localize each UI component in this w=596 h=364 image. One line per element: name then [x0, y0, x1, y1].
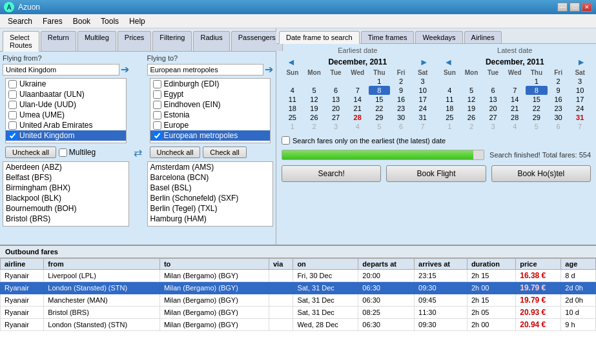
- cal-day[interactable]: 30: [390, 113, 412, 122]
- country-item[interactable]: Ulaanbaatar (ULN): [6, 89, 126, 99]
- country-item[interactable]: Ulan-Ude (UUD): [6, 99, 126, 110]
- cal-day[interactable]: 4: [439, 86, 461, 95]
- country-item[interactable]: Umea (UME): [6, 110, 126, 120]
- uncheck-all-from-button[interactable]: Uncheck all: [5, 147, 56, 158]
- flying-from-arrow[interactable]: ➔: [121, 63, 129, 76]
- cal-day-highlight[interactable]: 28: [347, 113, 369, 122]
- cal-day[interactable]: 28: [504, 113, 526, 122]
- table-row-selected[interactable]: Ryanair London (Stansted) (STN) Milan (B…: [1, 282, 596, 294]
- multileg-checkbox[interactable]: [59, 148, 67, 157]
- tab-airlines[interactable]: Airlines: [464, 31, 502, 43]
- destination-item[interactable]: Europe: [150, 120, 271, 130]
- cal-day[interactable]: 27: [325, 113, 347, 122]
- cal-day[interactable]: 16: [548, 95, 570, 104]
- route-item[interactable]: Barcelona (BCN): [148, 172, 273, 183]
- table-row[interactable]: Ryanair Liverpool (LPL) Milan (Bergamo) …: [1, 270, 596, 282]
- tab-prices[interactable]: Prices: [118, 31, 152, 51]
- flying-to-input[interactable]: [147, 64, 264, 76]
- menu-fares[interactable]: Fares: [37, 14, 68, 28]
- cal-day[interactable]: 14: [504, 95, 526, 104]
- cal-day[interactable]: 1: [439, 122, 461, 131]
- cal-day[interactable]: 18: [439, 104, 461, 113]
- cal-day[interactable]: 6: [482, 86, 504, 95]
- cal-day[interactable]: 27: [482, 113, 504, 122]
- check-all-to-button[interactable]: Check all: [203, 147, 246, 158]
- cal-day[interactable]: 1: [282, 122, 303, 131]
- route-item[interactable]: Bristol (BRS): [3, 214, 128, 224]
- cal-day[interactable]: 4: [347, 122, 369, 131]
- cal-day[interactable]: 16: [390, 95, 412, 104]
- route-item[interactable]: Aberdeen (ABZ): [3, 162, 128, 172]
- route-item[interactable]: Berlin (Schonefeld) (SXF): [148, 193, 273, 203]
- route-item[interactable]: London (Gatwick) (LGW): [148, 224, 273, 227]
- cal-day[interactable]: 19: [303, 104, 325, 113]
- left-cal-prev[interactable]: ◄: [284, 57, 298, 67]
- cal-day[interactable]: 23: [390, 104, 412, 113]
- tab-select-routes[interactable]: Select Routes: [3, 31, 39, 52]
- menu-search[interactable]: Search: [3, 14, 37, 28]
- country-item[interactable]: United Arab Emirates: [6, 120, 126, 130]
- country-item-selected[interactable]: United Kingdom: [6, 130, 126, 141]
- flying-from-input[interactable]: [3, 64, 119, 76]
- cal-day[interactable]: 21: [504, 104, 526, 113]
- cal-day[interactable]: 3: [325, 122, 347, 131]
- destination-item[interactable]: Estonia: [150, 110, 271, 120]
- cal-day-highlight[interactable]: 31: [569, 113, 591, 122]
- cal-day[interactable]: 21: [347, 104, 369, 113]
- route-item[interactable]: Hamburg (HAM): [148, 214, 273, 224]
- cal-day[interactable]: 12: [460, 95, 482, 104]
- book-hotel-button[interactable]: Book Ho(s)tel: [491, 165, 591, 182]
- cal-day-today[interactable]: 8: [526, 86, 548, 95]
- menu-help[interactable]: Help: [124, 14, 150, 28]
- from-routes-list[interactable]: Aberdeen (ABZ) Belfast (BFS) Birmingham …: [3, 161, 129, 227]
- cal-day[interactable]: [504, 77, 526, 86]
- book-flight-button[interactable]: Book Flight: [386, 165, 486, 182]
- to-countries-list[interactable]: Edinburgh (EDI) Egypt Eindhoven (EIN) Es…: [150, 78, 271, 143]
- route-item[interactable]: Bournemouth (BOH): [3, 203, 128, 214]
- cal-day[interactable]: 17: [412, 95, 434, 104]
- menu-tools[interactable]: Tools: [96, 14, 124, 28]
- cal-day[interactable]: 1: [369, 77, 391, 86]
- cal-day[interactable]: 24: [412, 104, 434, 113]
- cal-day[interactable]: 15: [526, 95, 548, 104]
- cal-day[interactable]: 2: [303, 122, 325, 131]
- route-item[interactable]: Belfast (BFS): [3, 172, 128, 183]
- route-item[interactable]: Amsterdam (AMS): [148, 162, 273, 172]
- swap-button[interactable]: ⇄: [132, 147, 145, 159]
- cal-day[interactable]: 25: [282, 113, 303, 122]
- destination-item[interactable]: Eindhoven (EIN): [150, 99, 271, 110]
- cal-day[interactable]: 20: [325, 104, 347, 113]
- flying-to-arrow[interactable]: ➔: [265, 63, 273, 76]
- cal-day[interactable]: 5: [303, 86, 325, 95]
- cal-day[interactable]: 19: [460, 104, 482, 113]
- cal-day[interactable]: 7: [569, 122, 591, 131]
- cal-day[interactable]: [482, 77, 504, 86]
- search-button[interactable]: Search!: [282, 165, 381, 182]
- destination-item[interactable]: Egypt: [150, 89, 271, 99]
- tab-filtering[interactable]: Filtering: [152, 31, 192, 51]
- cal-day[interactable]: 3: [482, 122, 504, 131]
- cal-day[interactable]: 7: [412, 122, 434, 131]
- country-item[interactable]: Ukraine: [6, 79, 126, 89]
- cal-day[interactable]: 2: [390, 77, 412, 86]
- cal-day[interactable]: 18: [282, 104, 303, 113]
- cal-day[interactable]: 4: [282, 86, 303, 95]
- cal-day[interactable]: 15: [369, 95, 391, 104]
- cal-day[interactable]: 29: [526, 113, 548, 122]
- cal-day[interactable]: 6: [548, 122, 570, 131]
- cal-day[interactable]: 7: [504, 86, 526, 95]
- table-row[interactable]: Ryanair London (Stansted) (STN) Milan (B…: [1, 319, 596, 331]
- cal-day[interactable]: 7: [347, 86, 369, 95]
- cal-day[interactable]: 25: [439, 113, 461, 122]
- cal-day[interactable]: [282, 77, 303, 86]
- right-cal-next[interactable]: ►: [574, 57, 588, 67]
- maximize-button[interactable]: □: [570, 3, 580, 12]
- tab-passengers[interactable]: Passengers: [231, 31, 283, 51]
- cal-day[interactable]: 3: [412, 77, 434, 86]
- cal-day[interactable]: [325, 77, 347, 86]
- cal-day[interactable]: 30: [548, 113, 570, 122]
- cal-day[interactable]: 14: [347, 95, 369, 104]
- minimize-button[interactable]: —: [557, 3, 568, 12]
- route-item[interactable]: Basel (BSL): [148, 183, 273, 193]
- cal-day[interactable]: 17: [569, 95, 591, 104]
